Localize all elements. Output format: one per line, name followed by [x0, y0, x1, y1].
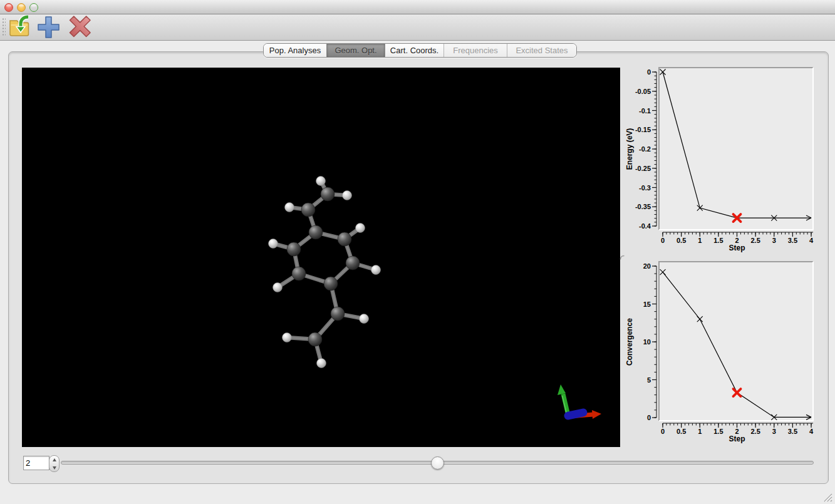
svg-text:-0.35: -0.35: [635, 203, 651, 210]
svg-text:0: 0: [661, 428, 665, 435]
hydrogen-atom: [283, 333, 292, 342]
add-button[interactable]: [36, 15, 62, 39]
toolbar-gripper[interactable]: [2, 18, 6, 36]
gloss: [31, 4, 36, 8]
hydrogen-atom: [269, 239, 278, 249]
carbon-atom: [308, 332, 322, 346]
pane-resize-handle[interactable]: [620, 252, 625, 257]
gloss: [19, 4, 24, 8]
zoom-button[interactable]: [29, 3, 38, 12]
svg-text:20: 20: [643, 262, 651, 270]
svg-text:-0.05: -0.05: [635, 88, 651, 95]
svg-text:5: 5: [647, 376, 651, 384]
svg-text:-0.1: -0.1: [639, 107, 651, 115]
tab-bar: Pop. Analyses Geom. Opt. Cart. Coords. F…: [263, 43, 577, 58]
toolbar: [0, 14, 835, 41]
up-arrow-icon: [53, 458, 56, 461]
carbon-atom: [309, 225, 323, 239]
carbon-atom: [324, 277, 338, 291]
minimize-button[interactable]: [17, 3, 26, 12]
molecule-viewport[interactable]: [22, 68, 620, 447]
x-axis-label: Step: [729, 435, 745, 443]
svg-text:4: 4: [809, 428, 814, 435]
hydrogen-atom: [316, 177, 326, 186]
tab-excited-states: Excited States: [507, 44, 576, 57]
svg-text:2.5: 2.5: [750, 428, 760, 435]
hydrogen-atom: [285, 203, 294, 212]
y-axis-label: Convergence: [625, 318, 634, 366]
svg-text:0: 0: [647, 414, 651, 421]
svg-text:1: 1: [698, 237, 702, 244]
step-down-button[interactable]: [49, 464, 59, 471]
svg-text:-0.3: -0.3: [639, 184, 651, 192]
carbon-atom: [292, 267, 306, 280]
svg-text:4: 4: [809, 237, 814, 244]
svg-text:-0.15: -0.15: [635, 126, 651, 133]
resize-grip-icon: [821, 491, 832, 502]
down-arrow-icon: [53, 466, 56, 470]
atoms: [269, 177, 381, 368]
hydrogen-atom: [343, 191, 352, 200]
svg-text:3: 3: [772, 428, 776, 435]
y-axis: 0-0.05-0.1-0.15-0.2-0.25-0.3-0.35-0.4: [635, 68, 656, 230]
plus-icon: [36, 15, 62, 39]
svg-text:2.5: 2.5: [750, 237, 760, 244]
y-axis: 05101520: [643, 262, 656, 421]
tab-cart-coords[interactable]: Cart. Coords.: [385, 44, 443, 57]
svg-text:1.5: 1.5: [713, 428, 723, 435]
open-file-button[interactable]: [8, 15, 34, 39]
resize-grip[interactable]: [821, 491, 832, 502]
svg-text:-0.25: -0.25: [635, 165, 651, 172]
carbon-atom: [287, 242, 301, 256]
carbon-atom: [321, 187, 335, 201]
gloss: [6, 4, 11, 8]
molecule-render: [22, 68, 620, 447]
carbon-atom: [346, 256, 360, 270]
x-axis-label: Step: [729, 244, 745, 252]
svg-text:15: 15: [643, 301, 651, 308]
hydrogen-atom: [356, 224, 365, 233]
y-axis-label: Energy (eV): [625, 128, 634, 170]
energy-chart: 0-0.05-0.1-0.15-0.2-0.25-0.3-0.35-0.4Ene…: [623, 59, 827, 257]
hydrogen-atom: [273, 283, 283, 292]
folder-open-icon: [8, 15, 34, 39]
tab-frequencies: Frequencies: [443, 44, 507, 57]
step-up-button[interactable]: [49, 456, 59, 463]
x-axis: 00.511.522.533.54: [661, 232, 814, 244]
tab-pop-analyses[interactable]: Pop. Analyses: [264, 44, 326, 57]
app-window: { "window": { "title": "", "traffic_ligh…: [0, 0, 835, 504]
step-stepper: [49, 455, 60, 472]
svg-text:-0.2: -0.2: [639, 145, 651, 153]
carbon-atom: [338, 232, 351, 246]
svg-text:3: 3: [772, 237, 776, 244]
carbon-atom: [331, 307, 345, 321]
hydrogen-atom: [317, 359, 326, 368]
close-button[interactable]: [4, 3, 13, 12]
svg-text:10: 10: [643, 338, 651, 346]
svg-text:1.5: 1.5: [713, 237, 723, 244]
svg-text:0: 0: [647, 68, 651, 76]
step-slider-handle[interactable]: [431, 456, 444, 470]
x-icon: [65, 15, 93, 40]
svg-text:0.5: 0.5: [677, 428, 686, 435]
svg-text:3.5: 3.5: [788, 428, 797, 435]
x-axis: 00.511.522.533.54: [661, 423, 814, 435]
step-input[interactable]: [23, 456, 49, 470]
svg-text:3.5: 3.5: [788, 237, 797, 244]
svg-text:-0.4: -0.4: [639, 222, 651, 230]
delete-button[interactable]: [65, 15, 91, 39]
titlebar[interactable]: [0, 0, 835, 14]
svg-text:0: 0: [661, 237, 665, 244]
axes-indicator: [558, 384, 601, 419]
svg-text:1: 1: [698, 428, 702, 435]
hydrogen-atom: [371, 265, 381, 275]
svg-text:0.5: 0.5: [677, 237, 686, 244]
tab-geom-opt[interactable]: Geom. Opt.: [326, 44, 385, 57]
convergence-chart: 05101520Convergence00.511.522.533.54Step: [623, 258, 827, 450]
carbon-atom: [301, 203, 315, 217]
hydrogen-atom: [360, 314, 369, 324]
